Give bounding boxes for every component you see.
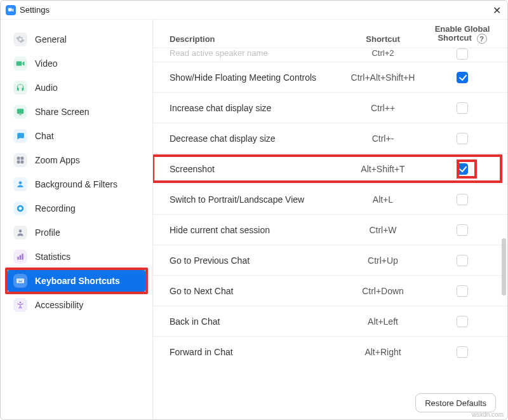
share-screen-icon (13, 105, 27, 119)
svg-point-18 (20, 302, 21, 303)
table-row: Hide current chat session Ctrl+W (153, 214, 507, 245)
shortcut-description: Hide current chat session (170, 225, 332, 235)
shortcut-key[interactable]: Alt+Left (332, 316, 434, 327)
table-row: Show/Hide Floating Meeting Controls Ctrl… (153, 62, 507, 92)
shortcut-description: Forward in Chat (170, 347, 332, 357)
svg-rect-3 (17, 161, 20, 164)
svg-rect-10 (20, 255, 21, 260)
shortcut-key[interactable]: Ctrl++ (332, 103, 434, 113)
sidebar-item-chat[interactable]: Chat (7, 124, 146, 148)
profile-icon (13, 226, 27, 240)
svg-point-7 (19, 207, 22, 210)
shortcut-description: Screenshot (170, 164, 332, 174)
svg-rect-12 (17, 279, 24, 283)
close-icon[interactable]: ✕ (493, 4, 501, 17)
header-description: Description (170, 34, 332, 44)
restore-defaults-button[interactable]: Restore Defaults (415, 393, 496, 412)
shortcut-description: Switch to Portrait/Landscape View (170, 194, 332, 205)
shortcut-key[interactable]: Ctrl+2 (332, 48, 434, 58)
table-row: Read active speaker name Ctrl+2 (153, 48, 507, 62)
accessibility-icon (13, 298, 27, 312)
sidebar-item-share-screen[interactable]: Share Screen (7, 100, 146, 124)
enable-global-checkbox[interactable] (457, 163, 468, 175)
sidebar-item-recording[interactable]: Recording (7, 196, 146, 220)
titlebar: Settings ✕ (1, 1, 507, 20)
sidebar-item-profile[interactable]: Profile (7, 220, 146, 245)
statistics-icon (13, 250, 27, 264)
sidebar-item-statistics[interactable]: Statistics (7, 245, 146, 269)
enable-global-checkbox[interactable] (457, 224, 468, 236)
shortcut-key[interactable]: Ctrl+Alt+Shift+H (332, 72, 434, 83)
settings-window: Settings ✕ General Video Audio Share Scr… (0, 0, 508, 420)
sidebar-item-label: Video (35, 58, 58, 69)
video-icon (13, 57, 27, 71)
shortcut-key[interactable]: Alt+Right (332, 347, 434, 357)
enable-global-checkbox[interactable] (457, 285, 468, 297)
enable-global-checkbox[interactable] (457, 102, 468, 114)
enable-global-checkbox[interactable] (457, 48, 468, 60)
shortcut-description: Go to Next Chat (170, 286, 332, 296)
svg-rect-11 (22, 254, 23, 259)
help-icon[interactable]: ? (477, 34, 487, 44)
enable-global-checkbox[interactable] (457, 133, 468, 144)
table-header: Description Shortcut Enable Global Short… (153, 20, 507, 48)
shortcut-key[interactable]: Ctrl+Down (332, 286, 434, 296)
table-row: Increase chat display size Ctrl++ (153, 92, 507, 123)
gear-icon (13, 32, 27, 46)
table-row: Go to Next Chat Ctrl+Down (153, 275, 507, 306)
sidebar-item-label: Background & Filters (35, 179, 117, 189)
svg-point-5 (19, 181, 22, 184)
sidebar-item-keyboard-shortcuts[interactable]: Keyboard Shortcuts (7, 269, 146, 293)
sidebar-item-accessibility[interactable]: Accessibility (7, 293, 146, 317)
header-enable-global: Enable Global Shortcut ? (434, 25, 491, 44)
headphones-icon (13, 81, 27, 95)
sidebar-item-label: Zoom Apps (35, 155, 80, 165)
svg-rect-14 (19, 280, 20, 280)
enable-global-checkbox[interactable] (457, 346, 468, 358)
enable-global-checkbox[interactable] (457, 194, 468, 205)
svg-rect-9 (17, 257, 18, 260)
shortcut-key[interactable]: Alt+Shift+T (332, 164, 434, 174)
shortcut-key[interactable]: Ctrl+- (332, 133, 434, 144)
table-row: Switch to Portrait/Landscape View Alt+L (153, 184, 507, 214)
sidebar-item-label: Accessibility (35, 300, 83, 310)
sidebar-item-label: Profile (35, 227, 60, 238)
sidebar-item-label: Keyboard Shortcuts (35, 276, 120, 286)
shortcut-description: Go to Previous Chat (170, 255, 332, 266)
svg-rect-13 (18, 280, 18, 280)
background-icon (13, 177, 27, 191)
sidebar-item-general[interactable]: General (7, 27, 146, 51)
enable-global-checkbox[interactable] (457, 72, 468, 83)
window-title: Settings (20, 5, 50, 15)
svg-rect-16 (22, 280, 23, 280)
sidebar-item-label: Share Screen (35, 107, 90, 117)
sidebar-item-label: Recording (35, 203, 76, 213)
table-row: Decrease chat display size Ctrl+- (153, 123, 507, 153)
shortcut-key[interactable]: Ctrl+Up (332, 255, 434, 266)
shortcut-description: Increase chat display size (170, 103, 332, 113)
sidebar-item-video[interactable]: Video (7, 51, 146, 76)
svg-rect-2 (21, 157, 24, 160)
enable-global-checkbox[interactable] (457, 316, 468, 327)
svg-rect-17 (18, 281, 22, 282)
sidebar-item-audio[interactable]: Audio (7, 76, 146, 100)
watermark: wsxdn.com (472, 411, 504, 418)
table-row: Go to Previous Chat Ctrl+Up (153, 245, 507, 275)
shortcut-key[interactable]: Alt+L (332, 194, 434, 205)
scrollbar-thumb[interactable] (502, 238, 506, 295)
sidebar: General Video Audio Share Screen Chat Zo… (1, 20, 153, 419)
shortcut-description: Read active speaker name (170, 48, 332, 58)
sidebar-item-background-filters[interactable]: Background & Filters (7, 172, 146, 196)
svg-rect-15 (21, 280, 22, 280)
chat-icon (13, 129, 27, 143)
enable-global-checkbox[interactable] (457, 255, 468, 266)
sidebar-item-label: Chat (35, 131, 54, 141)
main-panel: Description Shortcut Enable Global Short… (153, 20, 507, 419)
shortcut-key[interactable]: Ctrl+W (332, 225, 434, 235)
apps-icon (13, 153, 27, 167)
shortcut-description: Decrease chat display size (170, 133, 332, 144)
sidebar-item-label: General (35, 34, 67, 44)
sidebar-item-zoom-apps[interactable]: Zoom Apps (7, 148, 146, 172)
zoom-app-icon (6, 5, 16, 15)
svg-rect-1 (17, 157, 20, 160)
